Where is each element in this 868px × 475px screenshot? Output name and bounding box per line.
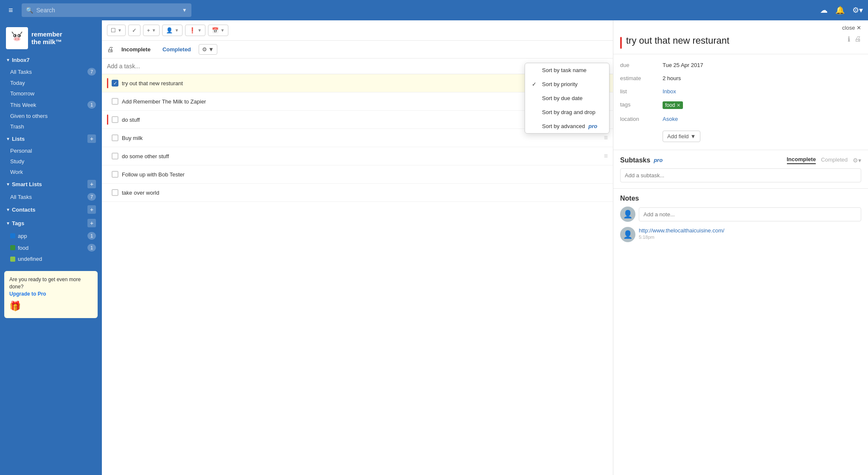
sidebar-item-given-to-others[interactable]: Given to others (0, 111, 102, 121)
svg-line-10 (20, 32, 22, 34)
task-checkbox[interactable] (112, 134, 118, 141)
gear-icon: ⚙ (202, 46, 207, 53)
complete-button[interactable]: ✓ (128, 25, 140, 36)
sidebar-contacts-header[interactable]: ▼ Contacts + (0, 203, 102, 216)
sidebar-item-work[interactable]: Work (0, 167, 102, 177)
all-tasks-label: All Tasks (10, 69, 32, 75)
location-value[interactable]: Asoke (663, 114, 861, 124)
assign-button[interactable]: 👤 ▼ (162, 25, 183, 36)
subtask-tab-completed[interactable]: Completed (821, 156, 848, 164)
detail-priority-bar (620, 37, 622, 49)
task-checkbox[interactable] (112, 98, 118, 105)
tag-remove-button[interactable]: ✕ (677, 103, 680, 108)
sidebar-item-all-tasks-smart[interactable]: All Tasks 7 (0, 191, 102, 203)
location-label: location (620, 114, 663, 124)
sidebar-tags-header[interactable]: ▼ Tags + (0, 216, 102, 230)
add-note-input[interactable] (639, 207, 861, 221)
search-input[interactable] (37, 7, 179, 14)
detail-fields: due Tue 25 Apr 2017 estimate 2 hours lis… (613, 54, 868, 150)
smart-all-tasks-count: 7 (87, 193, 96, 201)
tags-label: Tags (12, 220, 24, 226)
table-row[interactable]: Follow up with Bob Tester (102, 165, 613, 184)
add-contact-button[interactable]: + (87, 205, 96, 214)
task-area: ☐ ▼ ✓ + ▼ 👤 ▼ ❗ ▼ 📅 ▼ (102, 20, 613, 475)
task-toolbar: ☐ ▼ ✓ + ▼ 👤 ▼ ❗ ▼ 📅 ▼ (102, 20, 613, 41)
sort-by-advanced[interactable]: Sort by advanced pro (525, 119, 609, 133)
due-date-button[interactable]: 📅 ▼ (208, 25, 228, 36)
add-button[interactable]: + ▼ (143, 25, 160, 36)
task-checkbox[interactable]: ✓ (112, 80, 118, 87)
add-field-button[interactable]: Add field ▼ (663, 131, 700, 142)
info-icon[interactable]: ℹ (848, 35, 850, 43)
add-list-button[interactable]: + (87, 134, 96, 143)
note-entry: 👤 http://www.thelocalthaicuisine.com/ 5:… (620, 227, 861, 242)
task-checkbox[interactable] (112, 189, 118, 196)
sort-by-due-date[interactable]: Sort by due date (525, 91, 609, 105)
sidebar-lists-header[interactable]: ▼ Lists + (0, 132, 102, 145)
sidebar-item-today[interactable]: Today (0, 78, 102, 88)
sort-by-priority[interactable]: ✓ Sort by priority (525, 77, 609, 91)
food-tag-count: 1 (87, 244, 96, 251)
print-detail-icon[interactable]: 🖨 (854, 35, 861, 43)
print-icon[interactable]: 🖨 (107, 46, 114, 53)
top-navigation: ≡ 🔍 ▼ ☁ 🔔 ⚙▾ (0, 0, 868, 20)
add-subtask-input[interactable] (620, 168, 861, 182)
note-link[interactable]: http://www.thelocalthaicuisine.com/ (639, 227, 725, 234)
due-value: Tue 25 Apr 2017 (663, 60, 861, 70)
task-name: Add Remember The Milk to Zapier (122, 98, 583, 105)
task-checkbox[interactable] (112, 171, 118, 178)
subtask-gear-icon[interactable]: ⚙▾ (853, 157, 861, 164)
due-label: due (620, 60, 663, 70)
tags-label: tags (620, 100, 663, 111)
list-value[interactable]: Inbox (663, 87, 861, 96)
sidebar-inbox-header[interactable]: ▼ Inbox 7 (0, 54, 102, 66)
add-tag-button[interactable]: + (87, 219, 96, 227)
drag-handle[interactable]: ≡ (604, 152, 608, 160)
filter-tab-incomplete[interactable]: Incomplete (117, 45, 155, 54)
task-name: Buy milk (122, 135, 601, 141)
task-checkbox[interactable] (112, 116, 118, 123)
tag-chip-label: food (665, 102, 675, 108)
close-button[interactable]: close ✕ (842, 25, 861, 31)
pro-badge: pro (588, 123, 597, 129)
food-tag-chip: food ✕ (663, 101, 683, 109)
food-tag-dot (10, 245, 15, 250)
detail-panel: close ✕ try out that new resturant ℹ 🖨 d… (613, 20, 868, 475)
sidebar-item-study[interactable]: Study (0, 156, 102, 167)
sidebar-item-tag-food[interactable]: food 1 (0, 242, 102, 254)
upgrade-link[interactable]: Upgrade to Pro (9, 291, 46, 297)
sidebar-item-all-tasks[interactable]: All Tasks 7 (0, 66, 102, 78)
hamburger-button[interactable]: ≡ (5, 4, 17, 17)
detail-title-bar: try out that new resturant ℹ 🖨 (613, 34, 868, 54)
sidebar-item-tomorrow[interactable]: Tomorrow (0, 88, 102, 99)
sidebar-smart-lists-header[interactable]: ▼ Smart Lists + (0, 177, 102, 191)
search-dropdown-arrow[interactable]: ▼ (182, 7, 187, 13)
note-user-avatar: 👤 (620, 227, 635, 242)
trash-label: Trash (10, 123, 24, 130)
table-row[interactable]: do some other stuff ≡ (102, 147, 613, 165)
settings-icon[interactable]: ⚙▾ (852, 6, 863, 15)
table-row[interactable]: take over world (102, 184, 613, 202)
sidebar-item-tag-app[interactable]: app 1 (0, 230, 102, 242)
task-checkbox[interactable] (112, 153, 118, 159)
priority-indicator (107, 169, 108, 179)
cloud-icon[interactable]: ☁ (820, 6, 828, 15)
sidebar-item-personal[interactable]: Personal (0, 145, 102, 156)
add-smart-list-button[interactable]: + (87, 180, 96, 188)
priority-button[interactable]: ❗ ▼ (185, 25, 205, 36)
bell-icon[interactable]: 🔔 (835, 6, 845, 15)
sidebar-item-this-week[interactable]: This Week 1 (0, 99, 102, 111)
add-field-container: Add field ▼ (663, 127, 861, 144)
select-button[interactable]: ☐ ▼ (107, 25, 126, 36)
filter-gear-button[interactable]: ⚙ ▼ (199, 44, 217, 55)
nav-right: ☁ 🔔 ⚙▾ (820, 6, 863, 15)
drag-handle[interactable]: ≡ (604, 134, 608, 142)
subtask-tab-incomplete[interactable]: Incomplete (787, 156, 816, 164)
search-bar[interactable]: 🔍 ▼ (22, 3, 191, 17)
task-name: take over world (122, 190, 608, 196)
sort-by-drag[interactable]: Sort by drag and drop (525, 105, 609, 119)
filter-tab-completed[interactable]: Completed (158, 45, 195, 54)
sidebar-item-trash[interactable]: Trash (0, 121, 102, 132)
sidebar-item-tag-undefined[interactable]: undefined (0, 254, 102, 264)
sort-by-name[interactable]: Sort by task name (525, 63, 609, 77)
